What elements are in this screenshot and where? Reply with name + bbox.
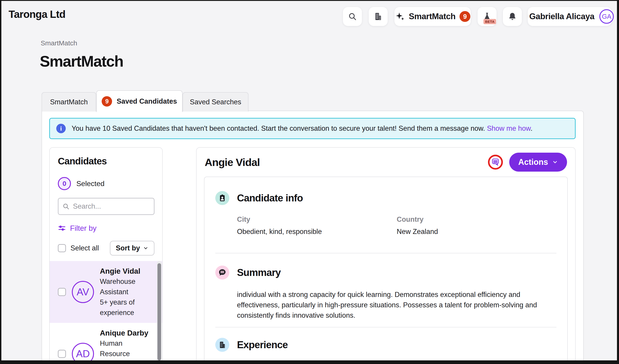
candidate-row-angie-vidal[interactable]: AV Angie Vidal Warehouse Assistant 5+ ye…	[50, 261, 162, 323]
smartmatch-page: Taronga Ltd	[0, 0, 619, 364]
breadcrumb[interactable]: SmartMatch	[41, 39, 77, 47]
banner-text: You have 10 Saved Candidates that haven'…	[72, 124, 533, 133]
message-candidate-button[interactable]	[488, 155, 503, 170]
show-me-how-link[interactable]: Show me how	[487, 124, 530, 132]
selected-label: Selected	[76, 179, 105, 188]
experience-icon	[215, 338, 229, 352]
beta-lab-button[interactable]: BETA	[478, 7, 497, 26]
candidate-avatar: AV	[72, 281, 94, 303]
company-nav-button[interactable]	[369, 7, 388, 26]
candidate-row-anique-darby[interactable]: AD Anique Darby Human Resource Manager 6…	[50, 323, 162, 364]
summary-title: Summary	[237, 267, 281, 278]
candidate-detail-panel: Angie Vidal Actions	[196, 147, 576, 364]
candidate-title: Warehouse Assistant	[100, 276, 152, 297]
select-all-label: Select all	[70, 244, 99, 252]
notifications-button[interactable]	[503, 7, 522, 26]
select-all-checkbox[interactable]	[58, 244, 66, 252]
info-banner: i You have 10 Saved Candidates that have…	[49, 118, 576, 139]
chat-bubble-icon	[491, 157, 500, 167]
tab-saved-candidates[interactable]: 9 Saved Candidates	[96, 90, 183, 112]
country-value: New Zealand	[397, 228, 556, 236]
experience-company: Warehouse solutions	[237, 360, 556, 364]
user-avatar: GA	[599, 9, 614, 24]
search-icon	[348, 12, 357, 21]
candidate-experience: 5+ years of experience	[100, 297, 152, 318]
saved-candidates-count-badge: 9	[102, 96, 112, 107]
tab-smartmatch-label: SmartMatch	[50, 98, 88, 106]
bell-icon	[508, 12, 517, 21]
sparkle-icon	[395, 12, 405, 21]
candidate-list: AV Angie Vidal Warehouse Assistant 5+ ye…	[50, 261, 162, 364]
summary-icon	[215, 266, 229, 280]
city-label: City	[237, 216, 397, 224]
search-button[interactable]	[343, 7, 362, 26]
building-icon	[373, 12, 383, 21]
page-title: SmartMatch	[40, 52, 123, 70]
actions-label: Actions	[518, 157, 548, 167]
tab-saved-searches[interactable]: Saved Searches	[183, 92, 249, 111]
actions-button[interactable]: Actions	[509, 153, 567, 172]
candidate-avatar: AD	[72, 343, 94, 364]
candidate-name: Anique Darby	[100, 328, 152, 338]
chevron-down-icon	[552, 159, 558, 165]
candidate-name: Angie Vidal	[100, 266, 152, 276]
candidates-title: Candidates	[58, 156, 155, 167]
company-logo: Taronga Ltd	[9, 8, 65, 20]
sort-by-label: Sort by	[116, 244, 140, 252]
filter-by-button[interactable]: Filter by	[58, 224, 155, 233]
section-divider	[215, 253, 556, 253]
experience-title: Experience	[237, 339, 288, 351]
city-value: Obedient, kind, responsible	[237, 228, 397, 236]
summary-text: individual with a strong capacity for qu…	[237, 289, 542, 321]
candidate-title: Human Resource Manager	[100, 338, 152, 364]
row-checkbox[interactable]	[58, 350, 66, 358]
candidate-info-icon	[215, 191, 229, 205]
candidate-detail-body: Candidate info City Obedient, kind, resp…	[204, 176, 568, 364]
smartmatch-count-badge: 9	[460, 11, 470, 22]
section-divider	[215, 327, 556, 327]
country-label: Country	[397, 216, 556, 224]
user-menu-button[interactable]: Gabriella Alicaya GA	[528, 7, 612, 26]
filter-sliders-icon	[58, 224, 66, 232]
candidate-info-title: Candidate info	[237, 192, 303, 204]
candidates-panel: Candidates 0 Selected	[49, 147, 163, 364]
filter-by-label: Filter by	[70, 224, 97, 233]
beta-badge: BETA	[483, 19, 496, 24]
selected-count-badge: 0	[58, 177, 71, 190]
info-icon: i	[56, 124, 66, 133]
candidate-search-input[interactable]	[58, 198, 155, 215]
scrollbar-thumb[interactable]	[157, 263, 161, 360]
smartmatch-nav-label: SmartMatch	[409, 12, 456, 21]
tab-saved-searches-label: Saved Searches	[190, 98, 241, 106]
chevron-down-icon	[143, 245, 148, 251]
row-checkbox[interactable]	[58, 288, 66, 296]
sort-by-button[interactable]: Sort by	[110, 241, 155, 256]
smartmatch-nav-button[interactable]: SmartMatch 9	[394, 7, 471, 26]
candidate-list-scrollbar[interactable]	[157, 261, 162, 364]
user-name: Gabriella Alicaya	[529, 12, 594, 21]
tab-saved-candidates-label: Saved Candidates	[117, 97, 177, 106]
detail-candidate-name: Angie Vidal	[205, 156, 260, 168]
tab-smartmatch[interactable]: SmartMatch	[42, 92, 96, 111]
